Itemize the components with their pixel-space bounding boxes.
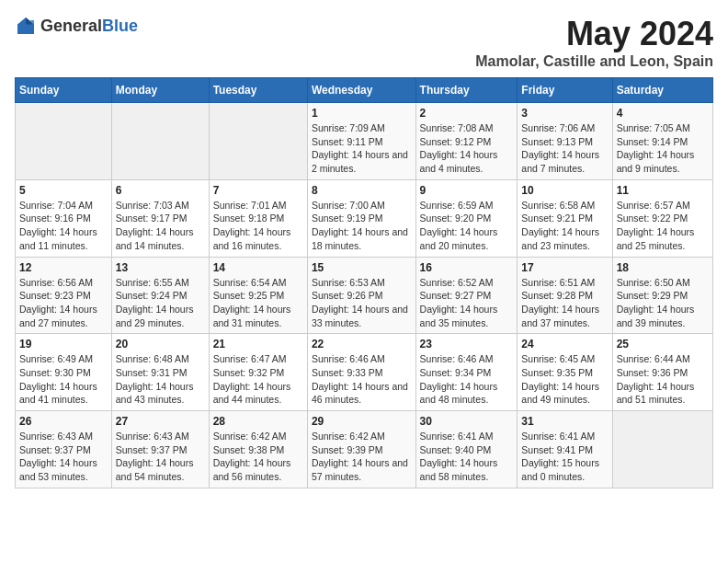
day-info: Sunrise: 7:00 AMSunset: 9:19 PMDaylight:… xyxy=(312,199,412,253)
calendar-cell: 5Sunrise: 7:04 AMSunset: 9:16 PMDaylight… xyxy=(16,179,112,257)
day-number: 25 xyxy=(617,338,709,350)
calendar-cell: 21Sunrise: 6:47 AMSunset: 9:32 PMDayligh… xyxy=(209,334,307,411)
day-info: Sunrise: 7:04 AMSunset: 9:16 PMDaylight:… xyxy=(19,199,108,253)
day-number: 28 xyxy=(213,415,303,428)
day-info: Sunrise: 7:05 AMSunset: 9:14 PMDaylight:… xyxy=(617,121,709,176)
day-info: Sunrise: 6:57 AMSunset: 9:22 PMDaylight:… xyxy=(617,199,709,253)
day-info: Sunrise: 7:01 AMSunset: 9:18 PMDaylight:… xyxy=(213,199,303,253)
calendar-cell: 2Sunrise: 7:08 AMSunset: 9:12 PMDaylight… xyxy=(415,103,518,180)
weekday-header-row: SundayMondayTuesdayWednesdayThursdayFrid… xyxy=(16,78,713,103)
weekday-header-sunday: Sunday xyxy=(16,78,112,103)
day-info: Sunrise: 6:55 AMSunset: 9:24 PMDaylight:… xyxy=(116,276,205,330)
day-info: Sunrise: 6:50 AMSunset: 9:29 PMDaylight:… xyxy=(617,276,709,330)
day-info: Sunrise: 6:48 AMSunset: 9:31 PMDaylight:… xyxy=(116,352,205,407)
day-info: Sunrise: 6:59 AMSunset: 9:20 PMDaylight:… xyxy=(420,199,514,253)
calendar-cell: 8Sunrise: 7:00 AMSunset: 9:19 PMDaylight… xyxy=(307,179,415,257)
subtitle: Mamolar, Castille and Leon, Spain xyxy=(475,53,713,70)
day-info: Sunrise: 7:03 AMSunset: 9:17 PMDaylight:… xyxy=(116,199,205,253)
calendar-cell: 23Sunrise: 6:46 AMSunset: 9:34 PMDayligh… xyxy=(415,334,518,411)
calendar-cell: 4Sunrise: 7:05 AMSunset: 9:14 PMDaylight… xyxy=(612,103,712,180)
day-info: Sunrise: 7:08 AMSunset: 9:12 PMDaylight:… xyxy=(420,121,514,176)
day-number: 26 xyxy=(19,415,108,428)
day-info: Sunrise: 6:51 AMSunset: 9:28 PMDaylight:… xyxy=(521,276,608,330)
calendar-cell xyxy=(16,103,112,180)
calendar-cell: 27Sunrise: 6:43 AMSunset: 9:37 PMDayligh… xyxy=(111,411,209,488)
day-number: 23 xyxy=(420,338,514,350)
day-number: 1 xyxy=(312,107,412,120)
day-info: Sunrise: 6:43 AMSunset: 9:37 PMDaylight:… xyxy=(116,430,205,484)
day-number: 31 xyxy=(521,415,608,428)
calendar-cell: 6Sunrise: 7:03 AMSunset: 9:17 PMDaylight… xyxy=(111,179,209,257)
day-number: 17 xyxy=(521,261,608,274)
logo-text: GeneralBlue xyxy=(40,17,138,36)
calendar-cell: 31Sunrise: 6:41 AMSunset: 9:41 PMDayligh… xyxy=(518,411,612,488)
day-number: 10 xyxy=(521,184,608,197)
day-number: 22 xyxy=(312,338,412,350)
calendar-cell: 25Sunrise: 6:44 AMSunset: 9:36 PMDayligh… xyxy=(612,334,712,411)
day-info: Sunrise: 7:09 AMSunset: 9:11 PMDaylight:… xyxy=(312,121,412,176)
day-info: Sunrise: 6:42 AMSunset: 9:39 PMDaylight:… xyxy=(312,430,412,484)
day-info: Sunrise: 6:54 AMSunset: 9:25 PMDaylight:… xyxy=(213,276,303,330)
calendar-cell: 7Sunrise: 7:01 AMSunset: 9:18 PMDaylight… xyxy=(209,179,307,257)
calendar-cell: 12Sunrise: 6:56 AMSunset: 9:23 PMDayligh… xyxy=(16,257,112,334)
day-number: 7 xyxy=(213,184,303,197)
day-number: 15 xyxy=(312,261,412,274)
logo-blue: Blue xyxy=(102,17,138,35)
title-area: May 2024 Mamolar, Castille and Leon, Spa… xyxy=(475,15,713,70)
calendar-cell: 28Sunrise: 6:42 AMSunset: 9:38 PMDayligh… xyxy=(209,411,307,488)
day-number: 30 xyxy=(420,415,514,428)
day-number: 18 xyxy=(617,261,709,274)
day-number: 5 xyxy=(19,184,108,197)
calendar-cell: 9Sunrise: 6:59 AMSunset: 9:20 PMDaylight… xyxy=(415,179,518,257)
calendar-cell: 22Sunrise: 6:46 AMSunset: 9:33 PMDayligh… xyxy=(307,334,415,411)
day-info: Sunrise: 6:46 AMSunset: 9:33 PMDaylight:… xyxy=(312,352,412,407)
calendar-week-row: 5Sunrise: 7:04 AMSunset: 9:16 PMDaylight… xyxy=(16,179,713,257)
calendar-cell: 3Sunrise: 7:06 AMSunset: 9:13 PMDaylight… xyxy=(518,103,612,180)
day-info: Sunrise: 6:47 AMSunset: 9:32 PMDaylight:… xyxy=(213,352,303,407)
logo-icon xyxy=(15,15,37,37)
day-number: 9 xyxy=(420,184,514,197)
day-number: 16 xyxy=(420,261,514,274)
weekday-header-tuesday: Tuesday xyxy=(209,78,307,103)
calendar-week-row: 12Sunrise: 6:56 AMSunset: 9:23 PMDayligh… xyxy=(16,257,713,334)
calendar-table: SundayMondayTuesdayWednesdayThursdayFrid… xyxy=(15,77,713,488)
day-info: Sunrise: 6:45 AMSunset: 9:35 PMDaylight:… xyxy=(521,352,608,407)
calendar-cell: 30Sunrise: 6:41 AMSunset: 9:40 PMDayligh… xyxy=(415,411,518,488)
calendar-week-row: 19Sunrise: 6:49 AMSunset: 9:30 PMDayligh… xyxy=(16,334,713,411)
day-number: 20 xyxy=(116,338,205,350)
day-number: 12 xyxy=(19,261,108,274)
weekday-header-saturday: Saturday xyxy=(612,78,712,103)
calendar-week-row: 1Sunrise: 7:09 AMSunset: 9:11 PMDaylight… xyxy=(16,103,713,180)
day-number: 11 xyxy=(617,184,709,197)
weekday-header-monday: Monday xyxy=(111,78,209,103)
calendar-cell xyxy=(111,103,209,180)
day-number: 24 xyxy=(521,338,608,350)
day-info: Sunrise: 6:41 AMSunset: 9:41 PMDaylight:… xyxy=(521,430,608,484)
weekday-header-wednesday: Wednesday xyxy=(307,78,415,103)
logo-general: General xyxy=(40,17,102,35)
day-number: 29 xyxy=(312,415,412,428)
day-number: 6 xyxy=(116,184,205,197)
day-info: Sunrise: 6:49 AMSunset: 9:30 PMDaylight:… xyxy=(19,352,108,407)
calendar-cell: 13Sunrise: 6:55 AMSunset: 9:24 PMDayligh… xyxy=(111,257,209,334)
day-info: Sunrise: 7:06 AMSunset: 9:13 PMDaylight:… xyxy=(521,121,608,176)
calendar-cell: 1Sunrise: 7:09 AMSunset: 9:11 PMDaylight… xyxy=(307,103,415,180)
day-info: Sunrise: 6:52 AMSunset: 9:27 PMDaylight:… xyxy=(420,276,514,330)
day-info: Sunrise: 6:42 AMSunset: 9:38 PMDaylight:… xyxy=(213,430,303,484)
page-header: GeneralBlue May 2024 Mamolar, Castille a… xyxy=(15,15,713,70)
day-info: Sunrise: 6:58 AMSunset: 9:21 PMDaylight:… xyxy=(521,199,608,253)
calendar-cell: 17Sunrise: 6:51 AMSunset: 9:28 PMDayligh… xyxy=(518,257,612,334)
day-info: Sunrise: 6:53 AMSunset: 9:26 PMDaylight:… xyxy=(312,276,412,330)
logo: GeneralBlue xyxy=(15,15,138,37)
calendar-cell: 20Sunrise: 6:48 AMSunset: 9:31 PMDayligh… xyxy=(111,334,209,411)
day-number: 3 xyxy=(521,107,608,120)
calendar-cell: 26Sunrise: 6:43 AMSunset: 9:37 PMDayligh… xyxy=(16,411,112,488)
day-number: 27 xyxy=(116,415,205,428)
calendar-cell xyxy=(612,411,712,488)
day-number: 4 xyxy=(617,107,709,120)
day-info: Sunrise: 6:46 AMSunset: 9:34 PMDaylight:… xyxy=(420,352,514,407)
day-number: 21 xyxy=(213,338,303,350)
weekday-header-thursday: Thursday xyxy=(415,78,518,103)
day-info: Sunrise: 6:44 AMSunset: 9:36 PMDaylight:… xyxy=(617,352,709,407)
day-number: 14 xyxy=(213,261,303,274)
